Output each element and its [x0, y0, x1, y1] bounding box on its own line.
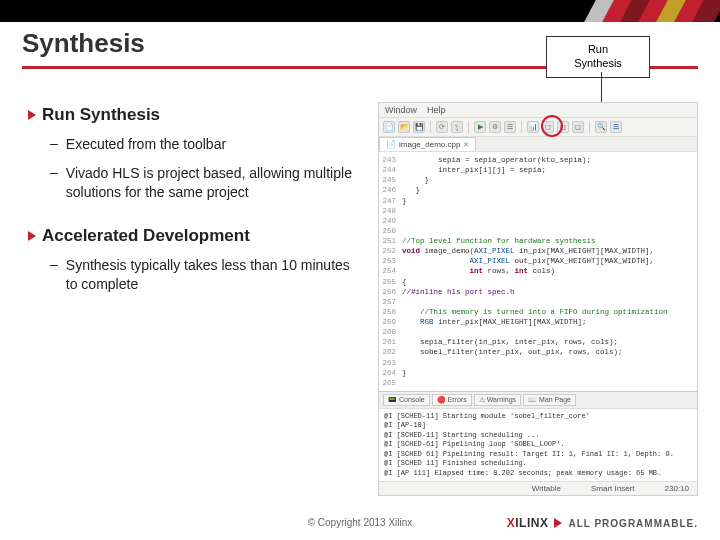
toolbar-button[interactable]: 💾 — [413, 121, 425, 133]
toolbar-button[interactable]: ☰ — [504, 121, 516, 133]
close-icon[interactable]: ✕ — [463, 141, 469, 149]
section-run-synthesis: Run Synthesis – Executed from the toolba… — [28, 105, 358, 202]
slide: Synthesis Run Synthesis Run Synthesis – … — [0, 0, 720, 540]
dash-icon: – — [50, 135, 58, 154]
top-bar — [0, 0, 720, 22]
ide-tabbar: 📄 image_demo.cpp ✕ — [379, 137, 697, 152]
code-body[interactable]: sepia = sepia_operator(kto_sepia); inter… — [399, 155, 697, 388]
bullet-item: – Synthesis typically takes less than 10… — [50, 256, 358, 294]
menu-help[interactable]: Help — [427, 105, 446, 115]
code-gutter: 2432442452462472482492502512522532542552… — [379, 155, 399, 388]
toolbar-button[interactable]: 📄 — [383, 121, 395, 133]
content: Run Synthesis – Executed from the toolba… — [28, 105, 358, 317]
brand: XILINX ALL PROGRAMMABLE. — [507, 516, 698, 530]
dash-icon: – — [50, 164, 58, 202]
brand-tagline: ALL PROGRAMMABLE. — [568, 518, 698, 529]
ide-menubar: Window Help — [379, 103, 697, 118]
panel-tab[interactable]: 🔴Errors — [432, 394, 472, 406]
bullet-text: Vivado HLS is project based, allowing mu… — [66, 164, 358, 202]
callout-pointer — [601, 72, 602, 102]
toolbar-button[interactable]: ⚙ — [489, 121, 501, 133]
toolbar-button[interactable]: ◻ — [572, 121, 584, 133]
toolbar-button[interactable]: ☰ — [610, 121, 622, 133]
ide-toolbar: 📄📂💾⟳⤵▶⚙☰📊◻◻◻🔍☰ — [379, 118, 697, 137]
brand-logo: XILINX — [507, 516, 549, 530]
menu-window[interactable]: Window — [385, 105, 417, 115]
toolbar-button[interactable]: ◻ — [542, 121, 554, 133]
brand-arrow-icon — [554, 518, 562, 528]
code-editor[interactable]: 2432442452462472482492502512522532542552… — [379, 152, 697, 391]
toolbar-button[interactable]: ⟳ — [436, 121, 448, 133]
callout-box: Run Synthesis — [546, 36, 650, 78]
toolbar-button[interactable]: ◻ — [557, 121, 569, 133]
toolbar-button[interactable]: 📂 — [398, 121, 410, 133]
bottom-panel-tabs: 📟Console🔴Errors⚠Warnings📖Man Page — [379, 392, 697, 409]
file-icon: 📄 — [386, 140, 396, 149]
section-heading: Accelerated Development — [42, 226, 250, 246]
arrow-icon — [28, 231, 36, 241]
callout-line1: Run — [551, 43, 645, 57]
bullet-text: Synthesis typically takes less than 10 m… — [66, 256, 358, 294]
bullet-item: – Vivado HLS is project based, allowing … — [50, 164, 358, 202]
callout-line2: Synthesis — [551, 57, 645, 71]
dash-icon: – — [50, 256, 58, 294]
arrow-icon — [28, 110, 36, 120]
toolbar-button[interactable]: ⤵ — [451, 121, 463, 133]
panel-tab[interactable]: 📖Man Page — [523, 394, 576, 406]
tab-label: image_demo.cpp — [399, 140, 460, 149]
toolbar-button[interactable]: 📊 — [527, 121, 539, 133]
bullet-text: Executed from the toolbar — [66, 135, 226, 154]
ide-screenshot: Window Help 📄📂💾⟳⤵▶⚙☰📊◻◻◻🔍☰ 📄 image_demo.… — [378, 102, 698, 496]
toolbar-button[interactable]: ▶ — [474, 121, 486, 133]
top-decor — [594, 0, 720, 22]
status-mode: Writable — [532, 484, 561, 493]
toolbar-button[interactable]: 🔍 — [595, 121, 607, 133]
console-output[interactable]: @I [SCHED-11] Starting module 'sobel_fil… — [379, 409, 697, 481]
editor-tab[interactable]: 📄 image_demo.cpp ✕ — [379, 137, 476, 151]
page-title: Synthesis — [22, 28, 145, 59]
section-heading: Run Synthesis — [42, 105, 160, 125]
status-position: 230:10 — [665, 484, 689, 493]
ide-statusbar: Writable Smart Insert 230:10 — [379, 481, 697, 495]
bottom-panel: 📟Console🔴Errors⚠Warnings📖Man Page @I [SC… — [379, 391, 697, 481]
panel-tab[interactable]: ⚠Warnings — [474, 394, 521, 406]
panel-tab[interactable]: 📟Console — [383, 394, 430, 406]
bullet-item: – Executed from the toolbar — [50, 135, 358, 154]
status-insert: Smart Insert — [591, 484, 635, 493]
section-accelerated: Accelerated Development – Synthesis typi… — [28, 226, 358, 294]
